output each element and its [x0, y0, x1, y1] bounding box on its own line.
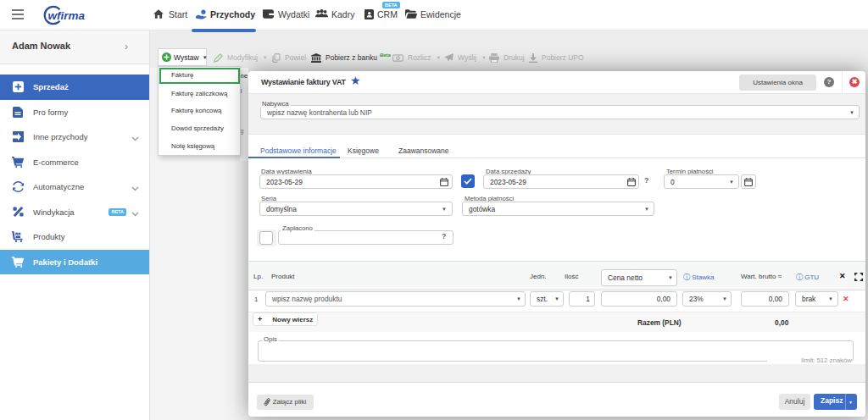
svg-text:wfirma: wfirma — [48, 9, 86, 22]
